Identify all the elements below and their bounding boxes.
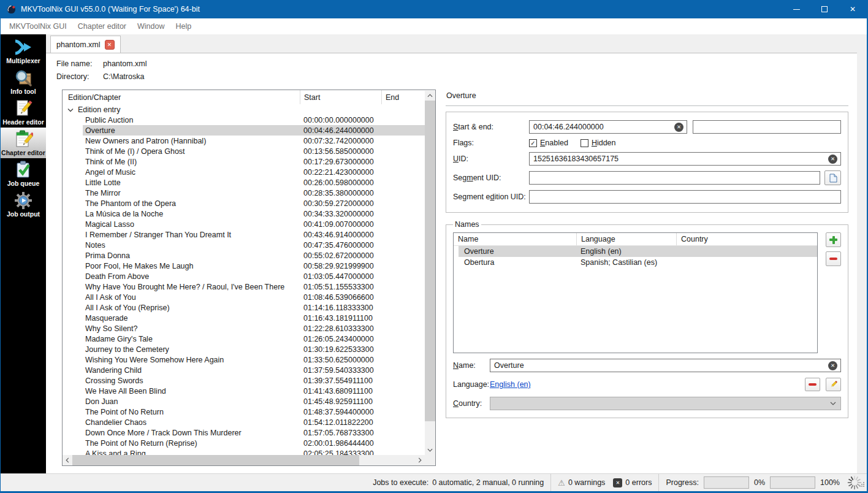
chapter-row[interactable]: Chandelier Chaos 01:54:12.011822200 [63,417,435,427]
chapter-row[interactable]: Overture 00:04:46.244000000 [63,125,435,136]
chapter-start-time: 00:47:35.476000000 [300,241,381,250]
menu-chapter-editor[interactable]: Chapter editor [72,22,132,31]
chapter-row[interactable]: Madame Giry's Tale 01:26:05.243400000 [63,334,435,344]
chapter-editor-icon [13,129,33,149]
names-column-name[interactable]: Name [454,233,576,245]
resize-grip[interactable] [859,481,865,489]
chapter-row[interactable]: La Música de la Noche 00:34:33.320000000 [63,208,435,219]
chapter-row[interactable]: Notes 00:47:35.476000000 [63,240,435,250]
clear-name-icon[interactable]: ✕ [828,361,837,370]
chapter-start-time: 01:26:05.243400000 [300,335,381,343]
chapter-row[interactable]: Wishing You Were Somehow Here Again 01:3… [63,354,435,365]
horizontal-scrollbar[interactable] [63,455,425,465]
horizontal-scroll-thumb[interactable] [72,455,359,465]
clear-start-icon[interactable]: ✕ [674,123,683,132]
edit-language-button[interactable] [826,378,841,391]
hidden-checkbox[interactable]: ✓ Hidden [581,139,616,147]
minimize-button[interactable] [782,0,810,18]
chapter-row[interactable]: Journey to the Cemetery 01:30:19.6225333… [63,344,435,354]
scroll-down-icon[interactable] [425,445,435,455]
chapter-name: Why Have You Brought Me Here? / Raoul, I… [63,283,300,291]
chapter-name: Masquerade [63,314,300,323]
collapse-chevron-icon[interactable] [67,105,74,114]
chapter-row[interactable]: New Owners and Patron (Hannibal) 00:07:3… [63,136,435,146]
maximize-button[interactable] [810,0,839,18]
chapter-row[interactable]: Masquerade 01:16:43.181911100 [63,313,435,323]
chapter-row[interactable]: The Mirror 00:28:35.380000000 [63,188,435,198]
chapter-row[interactable]: Angel of Music 00:22:21.423000000 [63,167,435,177]
chapter-row[interactable]: Little Lotte 00:26:00.598000000 [63,177,435,188]
chapter-row[interactable]: Poor Fool, He Makes Me Laugh 00:58:29.92… [63,261,435,271]
chapter-row[interactable]: The Phantom of the Opera 00:30:59.272000… [63,198,435,208]
chapter-row[interactable]: Why Have You Brought Me Here? / Raoul, I… [63,281,435,292]
tab-phantom-xml[interactable]: phantom.xml ✕ [50,36,121,53]
sidebar-item-info-tool[interactable]: Info tool [1,66,46,97]
chevron-down-icon [830,402,836,405]
chapter-row[interactable]: Public Auction 00:00:00.000000000 [63,115,435,125]
chapter-row[interactable]: Why So Silent? 01:22:28.610333300 [63,323,435,334]
app-icon [7,5,16,14]
enabled-checkbox[interactable]: ✓ Enabled [529,139,568,147]
segment-uid-input[interactable] [529,171,820,185]
names-column-language[interactable]: Language [576,233,676,245]
clear-uid-icon[interactable]: ✕ [828,155,837,164]
browse-segment-uid-button[interactable] [824,170,841,185]
chapter-row[interactable]: We Have All Been Blind 01:41:43.68091110… [63,386,435,396]
scroll-left-icon[interactable] [63,457,72,463]
country-select[interactable] [490,397,841,410]
chapter-row[interactable]: Don Juan 01:45:48.925911100 [63,396,435,407]
chapter-start-time: 00:13:56.585000000 [300,147,381,156]
scroll-right-icon[interactable] [415,457,425,463]
name-input[interactable]: Overture ✕ [490,359,841,372]
sidebar-item-job-output[interactable]: Job output [1,189,46,220]
chapter-start-time: 00:17:29.673000000 [300,158,381,166]
name-row[interactable]: Overture English (en) [454,246,817,257]
chapter-row[interactable]: Death From Above 01:03:05.447000000 [63,271,435,281]
add-name-button[interactable] [826,232,841,247]
edition-entry-row[interactable]: Edition entry [63,104,435,115]
start-time-input[interactable]: 00:04:46.244000000 ✕ [529,120,687,134]
sidebar-item-header-editor[interactable]: Header editor [1,97,46,128]
chapter-row[interactable]: Think of Me (I) / Opera Ghost 00:13:56.5… [63,146,435,156]
chapter-row[interactable]: I Remember / Stranger Than You Dreamt It… [63,229,435,240]
menu-window[interactable]: Window [132,22,170,31]
vertical-scrollbar[interactable] [425,91,435,455]
chapter-row[interactable]: Down Once More / Track Down This Murdere… [63,427,435,438]
chapter-row[interactable]: Crossing Swords 01:39:37.554911100 [63,375,435,386]
warnings-count[interactable]: 0 warnings [568,478,605,487]
chapter-row[interactable]: All I Ask of You (Reprise) 01:14:16.1183… [63,302,435,313]
chapter-row[interactable]: Wandering Child 01:37:59.540333300 [63,365,435,375]
remove-name-button[interactable] [826,251,841,266]
language-link[interactable]: English (en) [490,380,531,389]
chapter-row[interactable]: The Point of No Return 01:48:37.59440000… [63,407,435,417]
sidebar-item-job-queue[interactable]: Job queue [1,158,46,189]
scroll-up-icon[interactable] [425,91,435,101]
vertical-scroll-thumb[interactable] [425,101,435,421]
menu-mkvtoolnix-gui[interactable]: MKVToolNix GUI [4,22,72,31]
chapter-row[interactable]: Think of Me (II) 00:17:29.673000000 [63,156,435,167]
close-button[interactable]: ✕ [839,0,867,18]
names-group: Names Name Language Country Overture Eng… [446,220,848,418]
errors-count[interactable]: 0 errors [625,478,652,487]
sidebar-item-chapter-editor[interactable]: Chapter editor [1,128,46,158]
chapter-name: The Point of No Return [63,408,300,416]
remove-language-button[interactable] [805,378,820,391]
edition-entry-label: Edition entry [78,105,120,114]
column-header-start[interactable]: Start [300,90,381,104]
chapter-row[interactable]: Magical Lasso 00:41:09.007000000 [63,219,435,229]
name-row[interactable]: Obertura Spanish; Castilian (es) [454,257,817,268]
chapter-name: Chandelier Chaos [63,418,300,427]
names-column-country[interactable]: Country [676,233,817,245]
column-header-edition-chapter[interactable]: Edition/Chapter [63,90,300,104]
chapter-row[interactable]: All I Ask of You 01:08:46.539066600 [63,292,435,302]
chapter-start-time: 00:07:32.742000000 [300,137,381,145]
end-time-input[interactable] [693,120,841,134]
menu-help[interactable]: Help [170,22,197,31]
chapter-row[interactable]: Prima Donna 00:55:02.672000000 [63,250,435,261]
uid-input[interactable]: 15251636183430657175 ✕ [529,152,841,166]
sidebar-item-multiplexer[interactable]: Multiplexer [1,36,46,66]
chapter-row[interactable]: The Point of No Return (Reprise) 02:00:0… [63,438,435,448]
segment-edition-uid-input[interactable] [529,190,841,204]
tab-close-button[interactable]: ✕ [105,40,115,50]
sidebar-item-label: Multiplexer [6,57,40,64]
